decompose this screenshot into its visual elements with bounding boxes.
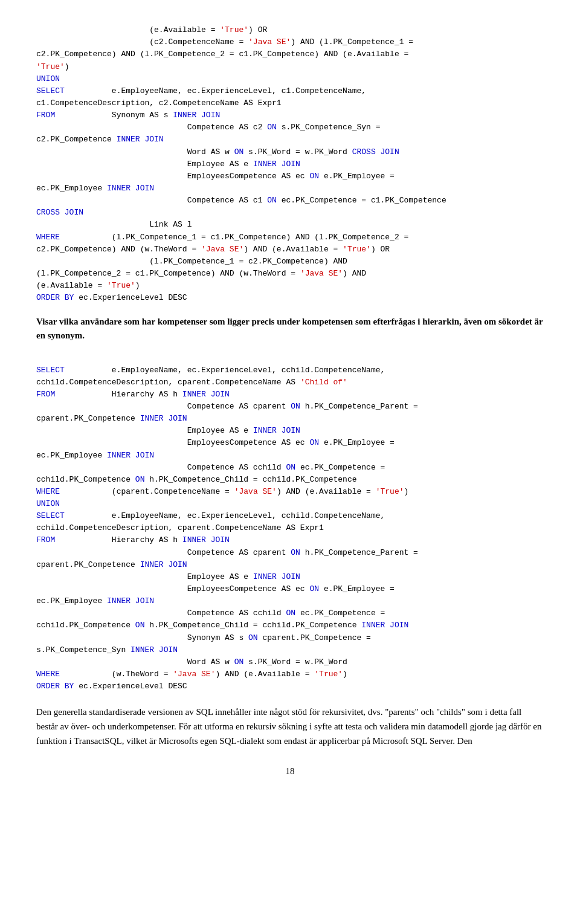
top-code-block: (e.Available = 'True') OR (c2.Competence… [36, 12, 544, 304]
middle-code-block: SELECT e.EmployeeName, ec.ExperienceLeve… [36, 352, 544, 693]
page-number: 18 [36, 766, 544, 777]
description-paragraph-1: Visar vilka användare som har kompetense… [36, 315, 544, 342]
description-bold-1: Visar vilka användare som har kompetense… [36, 317, 543, 340]
description-paragraph-2: Den generella standardiserade versionen … [36, 705, 544, 748]
